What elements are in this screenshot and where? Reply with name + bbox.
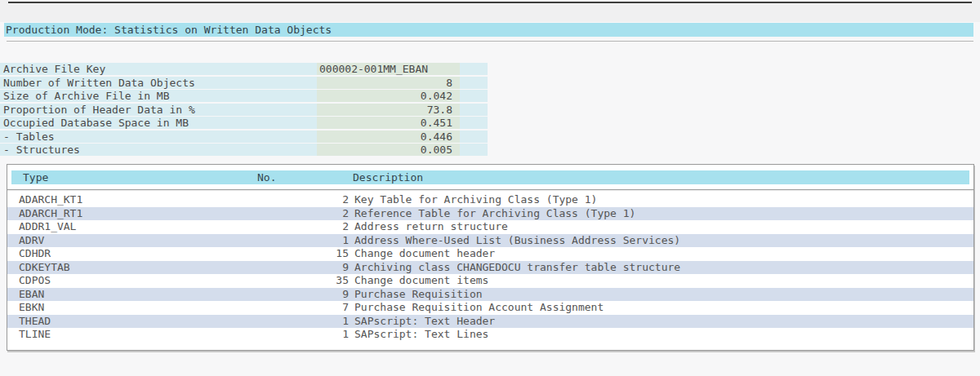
table-cell-no: 35 bbox=[252, 274, 349, 288]
table-cell-no: 7 bbox=[252, 301, 349, 315]
stat-row: Size of Archive File in MB0.042 bbox=[0, 90, 488, 102]
stat-value: 8 bbox=[317, 77, 460, 89]
stat-value: 0.446 bbox=[317, 130, 460, 143]
objects-table: Type No. Description ADARCH_KT12Key Tabl… bbox=[7, 164, 974, 351]
table-header-separator bbox=[7, 189, 973, 191]
table-cell-description: Address Where-Used List (Business Addres… bbox=[354, 234, 680, 248]
table-cell-no: 1 bbox=[252, 234, 349, 248]
table-cell-description: Change document items bbox=[354, 274, 488, 288]
stat-row: Number of Written Data Objects8 bbox=[0, 77, 488, 89]
stat-value: 0.451 bbox=[317, 117, 460, 129]
table-cell-no: 1 bbox=[252, 315, 349, 329]
stat-value: 000002-001MM_EBAN bbox=[317, 63, 460, 75]
table-row[interactable]: ADARCH_KT12Key Table for Archiving Class… bbox=[7, 193, 973, 207]
table-cell-no: 2 bbox=[252, 220, 349, 234]
stat-row: - Structures0.005 bbox=[0, 144, 488, 156]
table-cell-type: ADARCH_RT1 bbox=[19, 207, 82, 221]
table-row[interactable]: CDHDR15Change document header bbox=[7, 247, 973, 261]
top-toolbar-strip bbox=[0, 0, 980, 22]
stat-value: 0.005 bbox=[317, 144, 460, 156]
table-row[interactable]: ADDR1_VAL2Address return structure bbox=[7, 220, 973, 234]
table-cell-description: Key Table for Archiving Class (Type 1) bbox=[354, 193, 597, 207]
stat-label: Size of Archive File in MB bbox=[3, 90, 170, 102]
page-title: Production Mode: Statistics on Written D… bbox=[4, 23, 973, 37]
table-cell-no: 15 bbox=[252, 247, 349, 261]
table-cell-type: CDKEYTAB bbox=[19, 261, 70, 275]
table-cell-type: ADDR1_VAL bbox=[19, 220, 76, 234]
table-cell-description: Change document header bbox=[354, 247, 495, 261]
stat-value: 73.8 bbox=[317, 104, 460, 116]
table-cell-no: 2 bbox=[252, 193, 349, 207]
statistics-panel: Archive File Key000002-001MM_EBANNumber … bbox=[0, 63, 488, 157]
table-row[interactable]: ADARCH_RT12Reference Table for Archiving… bbox=[7, 207, 973, 221]
table-cell-type: ADRV bbox=[19, 234, 44, 248]
table-body: ADARCH_KT12Key Table for Archiving Class… bbox=[7, 193, 973, 342]
stat-row: - Tables0.446 bbox=[0, 130, 488, 143]
stat-label: Number of Written Data Objects bbox=[3, 77, 195, 89]
table-cell-type: ADARCH_KT1 bbox=[19, 193, 82, 207]
table-cell-no: 1 bbox=[252, 328, 349, 342]
top-divider-rule bbox=[8, 2, 972, 3]
stat-value: 0.042 bbox=[317, 90, 460, 102]
table-cell-type: THEAD bbox=[19, 315, 51, 329]
stat-label: Archive File Key bbox=[3, 63, 105, 75]
table-cell-type: CDHDR bbox=[19, 247, 51, 261]
table-row[interactable]: EBAN9Purchase Requisition bbox=[7, 288, 973, 302]
table-cell-no: 2 bbox=[252, 207, 349, 221]
table-header-no: No. bbox=[257, 170, 276, 184]
stat-label: - Structures bbox=[3, 144, 80, 156]
table-row[interactable]: CDKEYTAB9Archiving class CHANGEDOCU tran… bbox=[7, 261, 973, 275]
table-cell-type: EBAN bbox=[19, 288, 44, 302]
table-row[interactable]: CDPOS35Change document items bbox=[7, 274, 973, 288]
table-cell-description: Purchase Requisition Account Assignment bbox=[354, 301, 604, 315]
table-cell-description: Purchase Requisition bbox=[354, 288, 483, 302]
table-cell-type: EBKN bbox=[19, 301, 44, 315]
stat-row: Archive File Key000002-001MM_EBAN bbox=[0, 63, 488, 75]
table-cell-description: SAPscript: Text Lines bbox=[354, 328, 488, 342]
title-divider-rule bbox=[7, 41, 973, 42]
table-cell-description: Archiving class CHANGEDOCU transfer tabl… bbox=[354, 261, 680, 275]
table-header-type: Type bbox=[23, 170, 48, 184]
stat-label: - Tables bbox=[3, 130, 55, 143]
table-cell-type: TLINE bbox=[19, 328, 51, 342]
table-cell-type: CDPOS bbox=[19, 274, 51, 288]
table-cell-description: SAPscript: Text Header bbox=[354, 315, 495, 329]
stat-label: Occupied Database Space in MB bbox=[3, 117, 189, 129]
stat-row: Proportion of Header Data in %73.8 bbox=[0, 104, 488, 116]
table-header-description: Description bbox=[353, 170, 423, 184]
table-row[interactable]: TLINE1SAPscript: Text Lines bbox=[7, 328, 973, 342]
table-cell-description: Reference Table for Archiving Class (Typ… bbox=[354, 207, 635, 221]
table-row[interactable]: THEAD1SAPscript: Text Header bbox=[7, 315, 973, 329]
table-row[interactable]: ADRV1Address Where-Used List (Business A… bbox=[7, 234, 973, 248]
stat-row: Occupied Database Space in MB0.451 bbox=[0, 117, 488, 129]
table-cell-no: 9 bbox=[252, 261, 349, 275]
table-cell-no: 9 bbox=[252, 288, 349, 302]
table-row[interactable]: EBKN7Purchase Requisition Account Assign… bbox=[7, 301, 973, 315]
table-header-row: Type No. Description bbox=[11, 170, 969, 184]
table-cell-description: Address return structure bbox=[354, 220, 508, 234]
stat-label: Proportion of Header Data in % bbox=[3, 104, 195, 116]
page-title-text: Production Mode: Statistics on Written D… bbox=[6, 24, 332, 36]
